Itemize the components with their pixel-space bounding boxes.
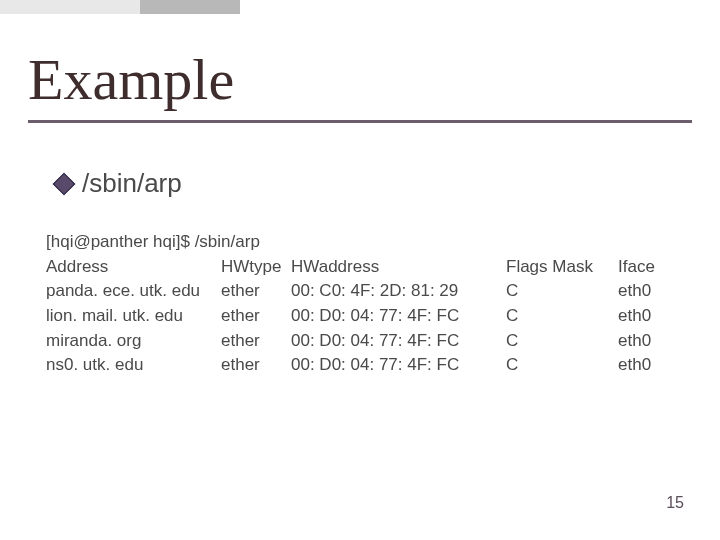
table-row: lion. mail. utk. edu ether 00: D0: 04: 7… (46, 304, 678, 329)
top-accent-seg-3 (240, 0, 720, 14)
header-row: Address HWtype HWaddress Flags Mask Ifac… (46, 255, 678, 280)
header-hwtype: HWtype (221, 255, 291, 280)
header-address: Address (46, 255, 221, 280)
title-underline (28, 120, 692, 123)
cell-hwaddress: 00: C0: 4F: 2D: 81: 29 (291, 279, 506, 304)
page-title: Example (28, 46, 234, 113)
table-row: panda. ece. utk. edu ether 00: C0: 4F: 2… (46, 279, 678, 304)
cell-flags: C (506, 353, 618, 378)
cell-address: ns0. utk. edu (46, 353, 221, 378)
cell-address: miranda. org (46, 329, 221, 354)
cell-address: panda. ece. utk. edu (46, 279, 221, 304)
table-row: ns0. utk. edu ether 00: D0: 04: 77: 4F: … (46, 353, 678, 378)
cell-address: lion. mail. utk. edu (46, 304, 221, 329)
cell-iface: eth0 (618, 304, 678, 329)
cell-hwaddress: 00: D0: 04: 77: 4F: FC (291, 304, 506, 329)
cell-hwtype: ether (221, 279, 291, 304)
cell-iface: eth0 (618, 279, 678, 304)
bullet-item: /sbin/arp (56, 168, 182, 199)
cell-hwtype: ether (221, 329, 291, 354)
cell-flags: C (506, 304, 618, 329)
table-row: miranda. org ether 00: D0: 04: 77: 4F: F… (46, 329, 678, 354)
bullet-text: /sbin/arp (82, 168, 182, 199)
cell-hwtype: ether (221, 353, 291, 378)
cell-flags: C (506, 279, 618, 304)
top-accent-bar (0, 0, 720, 14)
header-flags: Flags Mask (506, 255, 618, 280)
cell-flags: C (506, 329, 618, 354)
top-accent-seg-2 (140, 0, 240, 14)
prompt-line: [hqi@panther hqi]$ /sbin/arp (46, 230, 678, 255)
cell-iface: eth0 (618, 353, 678, 378)
cell-iface: eth0 (618, 329, 678, 354)
terminal-output: [hqi@panther hqi]$ /sbin/arp Address HWt… (46, 230, 678, 378)
cell-hwtype: ether (221, 304, 291, 329)
top-accent-seg-1 (0, 0, 140, 14)
cell-hwaddress: 00: D0: 04: 77: 4F: FC (291, 329, 506, 354)
cell-hwaddress: 00: D0: 04: 77: 4F: FC (291, 353, 506, 378)
header-iface: Iface (618, 255, 678, 280)
page-number: 15 (666, 494, 684, 512)
header-hwaddress: HWaddress (291, 255, 506, 280)
diamond-bullet-icon (53, 172, 76, 195)
